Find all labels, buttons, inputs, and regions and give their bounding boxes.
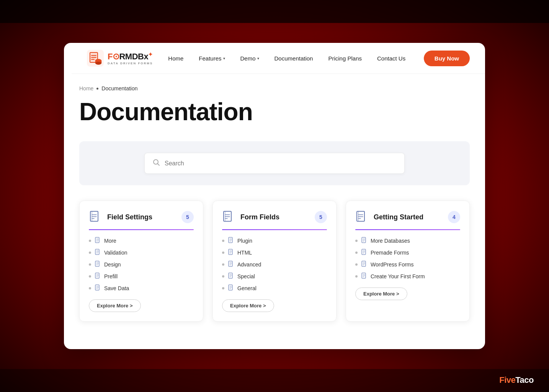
file-icon [228,273,234,280]
main-card: F⊙RMDBx✦ DATA DRIVEN FORMS Home Features… [64,43,485,349]
item-dot [89,263,91,266]
page-content: Home Documentation Documentation [64,74,485,337]
logo-icon [87,50,104,67]
explore-more-button[interactable]: Explore More > [89,299,141,312]
item-dot [89,240,91,242]
file-icon [95,261,100,268]
item-dot [355,252,358,254]
item-label: More [104,238,116,244]
list-item: More Databases [355,237,460,244]
list-item: Validation [89,249,194,256]
explore-more-button[interactable]: Explore More > [355,287,407,300]
file-icon [95,284,100,292]
card-header-left: Field Settings [89,210,152,224]
file-icon [361,237,367,244]
search-input[interactable] [165,160,397,167]
card-divider [222,229,327,230]
card-doc-icon [222,210,236,224]
nav-pricing[interactable]: Pricing Plans [328,55,362,62]
card-doc-icon [89,210,103,224]
svg-rect-63 [357,211,364,221]
item-dot [89,287,91,289]
list-item: More [89,237,194,244]
search-section [79,141,470,185]
file-icon [361,273,367,280]
list-item: Design [89,261,194,268]
nav-contact[interactable]: Contact Us [377,55,405,62]
breadcrumb-separator [96,88,98,90]
card-doc-icon [355,210,369,224]
fivetaco-watermark: FiveTaco [499,375,534,385]
chevron-down-icon: ▾ [223,56,225,60]
svg-point-11 [154,160,158,164]
card-title: Field Settings [107,213,152,221]
file-icon [228,237,234,244]
nav-documentation[interactable]: Documentation [274,55,313,62]
file-icon [95,273,100,280]
item-label: General [237,285,257,291]
item-dot [222,263,224,266]
card-items: Plugin HTML [222,237,327,292]
card-header-left: Form Fields [222,210,279,224]
file-icon [228,284,234,292]
item-dot [355,275,358,278]
nav-features[interactable]: Features ▾ [199,55,225,62]
cards-grid: Field Settings 5 More [79,201,470,322]
chevron-down-icon: ▾ [257,56,259,60]
file-icon [95,237,100,244]
file-icon [361,249,367,256]
list-item: Save Data [89,284,194,292]
item-dot [222,240,224,242]
item-label: Validation [104,250,127,256]
buy-now-button[interactable]: Buy Now [424,51,470,66]
svg-rect-38 [224,211,231,221]
svg-rect-39 [225,211,231,221]
svg-rect-14 [92,211,98,221]
navbar: F⊙RMDBx✦ DATA DRIVEN FORMS Home Features… [72,43,485,74]
list-item: HTML [222,249,327,256]
file-icon [361,261,367,268]
nav-demo[interactable]: Demo ▾ [240,55,259,62]
item-label: Premade Forms [371,250,409,256]
item-dot [355,263,358,266]
logo[interactable]: F⊙RMDBx✦ DATA DRIVEN FORMS [87,50,153,67]
doc-card-2: Getting Started 4 More Databases [346,201,470,322]
card-badge: 4 [448,211,460,223]
card-header: Field Settings 5 [89,210,194,224]
card-badge: 5 [181,211,194,223]
list-item: Premade Forms [355,249,460,256]
explore-more-button[interactable]: Explore More > [222,299,274,312]
logo-text: F⊙RMDBx✦ [108,51,153,62]
item-label: More Databases [371,238,410,244]
file-icon [228,261,234,268]
search-icon [152,158,160,168]
search-box[interactable] [144,153,405,174]
card-badge: 5 [315,211,327,223]
card-header: Form Fields 5 [222,210,327,224]
item-dot [222,287,224,289]
card-items: More Databases Premade Forms [355,237,460,280]
item-dot [222,275,224,278]
logo-subtitle: DATA DRIVEN FORMS [108,62,153,65]
file-icon [95,249,100,256]
doc-card-1: Form Fields 5 Plugin [212,201,337,322]
item-label: Advanced [237,261,261,268]
svg-rect-13 [90,211,98,221]
breadcrumb-home[interactable]: Home [79,85,93,91]
card-header-left: Getting Started [355,210,423,224]
list-item: Plugin [222,237,327,244]
list-item: General [222,284,327,292]
item-label: Design [104,261,121,268]
item-dot [89,275,91,278]
item-label: Prefill [104,273,118,279]
item-label: Special [237,273,255,279]
item-label: HTML [237,250,252,256]
list-item: Advanced [222,261,327,268]
nav-home[interactable]: Home [168,55,183,62]
file-icon [228,249,234,256]
list-item: Special [222,273,327,280]
list-item: Create Your First Form [355,273,460,280]
card-items: More Validation [89,237,194,292]
item-dot [222,252,224,254]
item-dot [89,252,91,254]
